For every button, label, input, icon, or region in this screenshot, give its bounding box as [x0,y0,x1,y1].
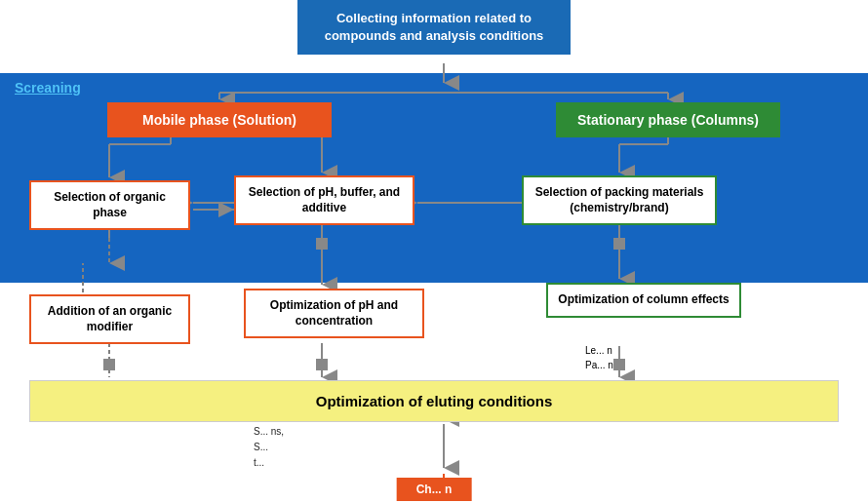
addition-organic-box: Addition of an organic modifier [29,294,190,344]
stationary-phase-box: Stationary phase (Columns) [556,102,780,137]
orange-action-button[interactable]: Ch... n [397,478,472,501]
top-info-box: Collecting information related to compou… [297,0,571,55]
small-text-column: Le... n Pa... n [585,343,613,372]
selection-packing-box: Selection of packing materials (chemistr… [522,175,717,225]
svg-rect-40 [613,359,625,370]
optimization-eluting-box: Optimization of eluting conditions [29,380,839,422]
selection-ph-box: Selection of pH, buffer, and additive [234,175,414,225]
selection-organic-box: Selection of organic phase [29,180,190,230]
screening-label: Screaning [15,80,81,96]
bottom-text-area: S... ns, S... t... [254,424,284,471]
mobile-phase-box: Mobile phase (Solution) [107,102,332,137]
optimization-column-box: Optimization of column effects [546,283,741,318]
svg-rect-38 [316,359,328,370]
svg-rect-37 [103,359,115,370]
optimization-ph-box: Optimization of pH and concentration [244,289,424,338]
